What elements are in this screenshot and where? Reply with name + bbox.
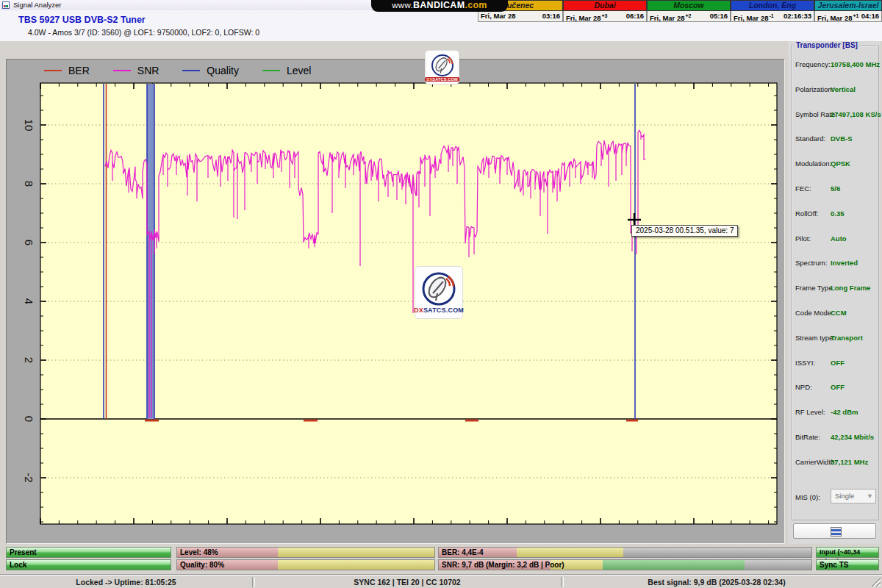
row-value: 42,234 Mbit/s bbox=[831, 433, 874, 441]
mis-select[interactable]: Single▼ bbox=[831, 489, 876, 503]
stream-list-button[interactable] bbox=[793, 523, 876, 539]
row-label: Stream type: bbox=[795, 334, 835, 342]
chevron-down-icon: ▼ bbox=[867, 490, 873, 503]
row-value: Auto bbox=[831, 234, 847, 243]
clock-time: 04:16 bbox=[861, 11, 879, 21]
clock-datetime: Fri, Mar 28+205:16 bbox=[647, 11, 731, 22]
clock-date: Fri, Mar 28+1 bbox=[817, 11, 859, 21]
dxsatcs-label: DXSATCS.COM bbox=[425, 77, 459, 82]
row-value: Vertical bbox=[831, 85, 856, 93]
clock-time: 06:16 bbox=[626, 11, 644, 21]
bandicam-prefix: www. bbox=[392, 1, 413, 10]
level-line-swatch bbox=[262, 70, 280, 71]
bandicam-brand: BANDICAM bbox=[413, 0, 465, 10]
legend-item-snr: SNR bbox=[113, 65, 159, 76]
row-label: Standard: bbox=[795, 135, 825, 143]
transponder-row: Code Mode:CCM bbox=[788, 309, 875, 319]
transponder-row: Polarization:Vertical bbox=[788, 85, 875, 96]
app-icon bbox=[2, 1, 10, 9]
row-label: NPD: bbox=[795, 383, 812, 391]
dxsatcs-label: DXSATCS.COM bbox=[414, 306, 464, 314]
chart-tooltip: 2025-03-28 00.51.35, value: 7 bbox=[631, 225, 738, 237]
snr-bar: SNR: 9,7 dB (Margin: 3,2 dB | Poor) bbox=[438, 559, 812, 570]
bar-zone bbox=[517, 548, 623, 557]
row-value: 10758,400 MHz bbox=[831, 60, 880, 68]
resize-grip[interactable] bbox=[872, 578, 881, 587]
device-title: TBS 5927 USB DVB-S2 Tuner bbox=[18, 15, 146, 25]
clock-datetime: Fri, Mar 28-102:16:33 bbox=[731, 11, 814, 22]
row-value: CCM bbox=[831, 309, 847, 317]
bar-label: BER: 4,4E-4 bbox=[442, 548, 484, 558]
present-indicator: Present bbox=[6, 547, 171, 558]
row-value: Inverted bbox=[831, 259, 858, 267]
input-indicator: Input (~40,34 Mbps) bbox=[816, 547, 879, 558]
statusbar: Locked -> Uptime: 81:05:25 SYNC 162 | TE… bbox=[0, 575, 882, 588]
clock-jerusalem: Jerusalem-IsraelFri, Mar 28+104:16 bbox=[814, 0, 882, 23]
bar-zone bbox=[278, 560, 435, 570]
legend-item-level: Level bbox=[262, 65, 311, 76]
row-value: Long Frame bbox=[831, 284, 870, 292]
legend-item-quality: Quality bbox=[182, 65, 239, 76]
sync-ts-indicator: Sync TS bbox=[816, 559, 879, 570]
transponder-row: Spectrum:Inverted bbox=[788, 259, 875, 269]
clock-date: Fri, Mar 28+2 bbox=[650, 11, 692, 21]
svg-text:2: 2 bbox=[23, 357, 35, 363]
transponder-row: Symbol Rate:27497,108 KS/s bbox=[788, 110, 875, 121]
clock-date: Fri, Mar 28 bbox=[481, 11, 516, 21]
transponder-row: FEC:5/6 bbox=[788, 184, 875, 195]
row-label: RollOff: bbox=[795, 209, 819, 218]
window-title: Signal Analyzer bbox=[13, 1, 61, 9]
transponder-row: BitRate:42,234 Mbit/s bbox=[788, 433, 875, 443]
satellite-dish-icon bbox=[421, 271, 456, 306]
row-label: RF Level: bbox=[795, 408, 825, 416]
transponder-row: ISSYI:OFF bbox=[788, 359, 875, 369]
transponder-row: NPD:OFF bbox=[788, 383, 875, 393]
clock-date: Fri, Mar 28+3 bbox=[566, 11, 608, 21]
clock-time: 05:16 bbox=[710, 11, 728, 21]
clock-date: Fri, Mar 28-1 bbox=[734, 11, 774, 21]
svg-text:10: 10 bbox=[23, 119, 35, 132]
row-label: Code Mode: bbox=[795, 309, 833, 317]
dxsatcs-watermark-center: DXSATCS.COM bbox=[415, 266, 463, 319]
clock-city-header: Dubai bbox=[563, 0, 647, 11]
svg-text:8: 8 bbox=[23, 181, 35, 187]
transponder-row: RollOff:0.35 bbox=[788, 209, 875, 220]
row-label: Frequency: bbox=[795, 60, 831, 68]
signal-chart[interactable]: 1086420-2 bbox=[6, 59, 785, 544]
bar-label: Quality: 80% bbox=[180, 560, 224, 570]
legend-label: SNR bbox=[137, 65, 159, 76]
row-value: 37,121 MHz bbox=[831, 458, 868, 466]
transponder-row: Stream type:Transport bbox=[788, 334, 875, 344]
row-value: DVB-S bbox=[831, 135, 853, 143]
bandicam-watermark: www.BANDICAM.com bbox=[371, 0, 508, 12]
clock-city-header: Jerusalem-Israel bbox=[814, 0, 882, 11]
row-label: Pilot: bbox=[795, 234, 811, 243]
legend-label: BER bbox=[68, 65, 90, 76]
row-value: 5/6 bbox=[831, 184, 840, 193]
bar-zone bbox=[745, 560, 811, 570]
svg-text:-2: -2 bbox=[23, 473, 35, 482]
clock-city-header: London, Eng bbox=[731, 0, 814, 11]
clock-datetime: Fri, Mar 28+104:16 bbox=[814, 11, 882, 22]
clock-dubai: DubaiFri, Mar 28+306:16 bbox=[563, 0, 647, 23]
transponder-row: Pilot:Auto bbox=[788, 234, 875, 245]
row-value: 0.35 bbox=[831, 209, 845, 218]
transponder-row: Frequency:10758,400 MHz bbox=[788, 60, 875, 71]
status-sync: SYNC 162 | TEI 20 | CC 10702 bbox=[254, 577, 561, 587]
dxsatcs-watermark-top: DXSATCS.COM bbox=[425, 50, 459, 85]
clock-moscow: MoscowFri, Mar 28+205:16 bbox=[647, 0, 731, 23]
svg-text:4: 4 bbox=[23, 298, 35, 304]
row-label: Spectrum: bbox=[795, 259, 827, 267]
ber-line-swatch bbox=[44, 70, 62, 71]
row-label: Polarization: bbox=[795, 85, 833, 93]
legend-label: Quality bbox=[207, 65, 239, 76]
row-value: Transport bbox=[831, 334, 863, 342]
bar-zone bbox=[623, 548, 811, 557]
device-subtitle: 4.0W - Amos 3/7 (ID: 3560) @ LOF1: 97500… bbox=[28, 28, 259, 37]
svg-text:6: 6 bbox=[23, 240, 35, 245]
bar-zone bbox=[278, 548, 435, 557]
list-icon bbox=[831, 527, 842, 537]
row-label: BitRate: bbox=[795, 433, 820, 441]
status-uptime: Locked -> Uptime: 81:05:25 bbox=[0, 577, 252, 587]
quality-line-swatch bbox=[182, 70, 200, 71]
